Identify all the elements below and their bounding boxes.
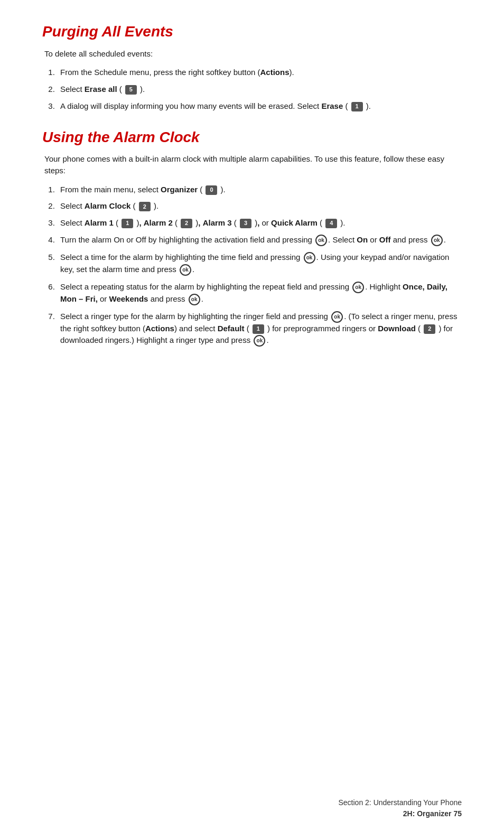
section1-title: Purging All Events bbox=[42, 21, 462, 43]
ok-btn-6b: ok bbox=[189, 294, 200, 305]
section1-steps: From the Schedule menu, press the right … bbox=[42, 67, 462, 111]
section2-step2: Select Alarm Clock ( 2 ). bbox=[57, 200, 462, 212]
section1-step3: A dialog will display informing you how … bbox=[57, 100, 462, 112]
organizer-bold: Organizer bbox=[161, 185, 198, 194]
ok-btn-7b: ok bbox=[254, 335, 265, 347]
section1-intro: To delete all scheduled events: bbox=[42, 48, 462, 60]
section2-intro: Your phone comes with a built-in alarm c… bbox=[42, 153, 462, 176]
section2-title: Using the Alarm Clock bbox=[42, 127, 462, 148]
page: Purging All Events To delete all schedul… bbox=[0, 0, 504, 840]
alarm3-bold: Alarm 3 bbox=[203, 218, 232, 227]
ok-btn-5b: ok bbox=[180, 264, 191, 276]
section2-steps: From the main menu, select Organizer ( 0… bbox=[42, 184, 462, 347]
alarm2-bold: Alarm 2 bbox=[144, 218, 173, 227]
step2-bold: Erase all bbox=[85, 85, 117, 94]
off-bold: Off bbox=[379, 235, 391, 244]
section1-step2: Select Erase all ( 5 ). bbox=[57, 83, 462, 95]
on-bold: On bbox=[357, 235, 368, 244]
badge-2c: 2 bbox=[424, 324, 435, 334]
default-bold: Default bbox=[218, 324, 245, 333]
step3-bold: Erase bbox=[321, 101, 343, 110]
section1-step1: From the Schedule menu, press the right … bbox=[57, 67, 462, 78]
alarmclock-bold: Alarm Clock bbox=[85, 201, 131, 210]
quickalarm-bold: Quick Alarm bbox=[271, 218, 318, 227]
badge-1b: 1 bbox=[122, 219, 133, 228]
step1-bold: Actions bbox=[260, 68, 290, 77]
badge-1a: 1 bbox=[351, 102, 363, 111]
ok-btn-4b: ok bbox=[431, 235, 443, 246]
footer-line2: 2H: Organizer 75 bbox=[338, 808, 462, 819]
section2-step4: Turn the alarm On or Off by highlighting… bbox=[57, 234, 462, 246]
footer-line1: Section 2: Understanding Your Phone bbox=[338, 797, 462, 808]
ok-btn-6a: ok bbox=[352, 282, 364, 293]
section2-step6: Select a repeating status for the alarm … bbox=[57, 281, 462, 305]
alarm1-bold: Alarm 1 bbox=[85, 218, 114, 227]
section2-container: Using the Alarm Clock Your phone comes w… bbox=[42, 127, 462, 347]
badge-5: 5 bbox=[125, 85, 137, 95]
badge-4: 4 bbox=[325, 219, 337, 228]
weekends-bold: Weekends bbox=[109, 294, 148, 303]
section2-step7: Select a ringer type for the alarm by hi… bbox=[57, 311, 462, 347]
download-bold: Download bbox=[378, 324, 416, 333]
badge-2a: 2 bbox=[139, 202, 151, 211]
ok-btn-5a: ok bbox=[304, 252, 315, 264]
badge-3: 3 bbox=[240, 219, 251, 228]
badge-2b: 2 bbox=[181, 219, 192, 228]
badge-0: 0 bbox=[206, 185, 217, 195]
section2-step3: Select Alarm 1 ( 1 ), Alarm 2 ( 2 ), Ala… bbox=[57, 217, 462, 229]
section2-step1: From the main menu, select Organizer ( 0… bbox=[57, 184, 462, 195]
badge-1c: 1 bbox=[253, 324, 264, 334]
section2-step5: Select a time for the alarm by highlight… bbox=[57, 251, 462, 276]
ok-btn-4a: ok bbox=[315, 235, 327, 246]
actions-bold2: Actions bbox=[145, 324, 174, 333]
footer: Section 2: Understanding Your Phone 2H: … bbox=[338, 797, 462, 819]
ok-btn-7a: ok bbox=[331, 311, 343, 323]
